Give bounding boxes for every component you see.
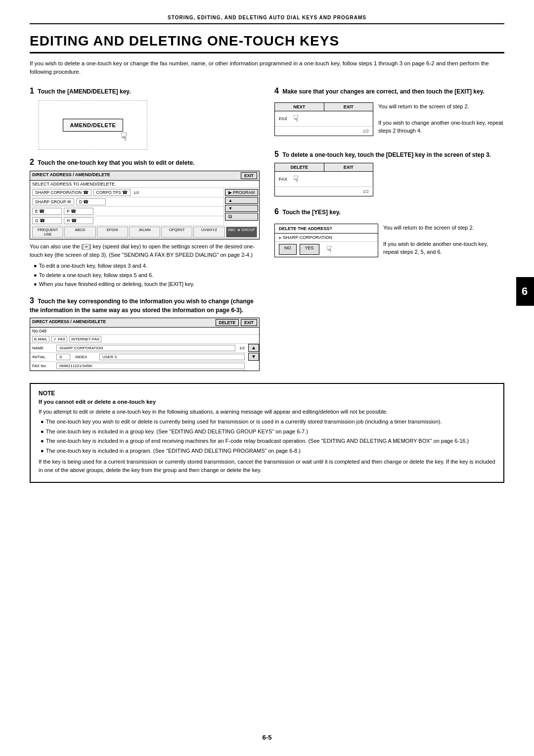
screen-3-name-row: NAME SHARP CORPORATION 1/2 xyxy=(30,344,247,353)
step-6-desc: You will return to the screen of step 2.… xyxy=(383,224,504,256)
screen-2-entries: SHARP CORPORATION ☎ CORPO.TPS ☎ 1/2 SHAR… xyxy=(30,188,259,226)
no-button: NO xyxy=(279,244,297,255)
program-button: ▶ PROGRAM xyxy=(225,189,258,196)
screen-6-yn-row: NO YES ☟ xyxy=(275,242,378,257)
screen-6-prompt-row: DELETE THE ADDRESS? xyxy=(275,224,378,234)
step-4-screen: NEXT EXIT FAX ☟ 1/2 xyxy=(274,102,373,136)
list-item: E ☎ P ☎ xyxy=(30,207,223,216)
screen-3-no-row: No.048 xyxy=(30,328,259,335)
page: STORING, EDITING, AND DELETING AUTO DIAL… xyxy=(0,0,534,756)
next-btn: NEXT xyxy=(275,103,324,111)
note-bullet-2: ● The one-touch key is included in a gro… xyxy=(39,427,495,436)
exit-btn-s5: EXIT xyxy=(324,163,373,171)
step-2: 2 Touch the one-touch key that you wish … xyxy=(30,157,260,288)
screen-4-top-row: NEXT EXIT xyxy=(275,103,373,111)
header-title: STORING, EDITING, AND DELETING AUTO DIAL… xyxy=(168,15,366,20)
step-3: 3 Touch the key corresponding to the inf… xyxy=(30,295,260,371)
step-2-heading: 2 Touch the one-touch key that you wish … xyxy=(30,157,260,168)
screen-5-fax-row: FAX ☟ xyxy=(275,172,373,187)
delete-prompt: DELETE THE ADDRESS? xyxy=(275,224,378,233)
step-1-heading: 1 Touch the [AMEND/DELETE] key. xyxy=(30,86,260,96)
down-button: ▼ xyxy=(225,205,258,212)
exit-btn-s3: EXIT xyxy=(241,319,257,326)
note-box: NOTE If you cannot edit or delete a one-… xyxy=(30,383,504,483)
list-item: SHARP CORPORATION ☎ CORPO.TPS ☎ 1/2 xyxy=(30,188,223,197)
step-6-heading: 6 Touch the [YES] key. xyxy=(274,206,504,217)
two-col-main: 1 Touch the [AMEND/DELETE] key. AMEND/DE… xyxy=(30,86,504,374)
copy-button: ⧉ xyxy=(225,213,258,221)
note-intro: If you attempt to edit or delete a one-t… xyxy=(39,408,495,416)
screen-4-page: 1/2 xyxy=(275,127,373,136)
step-3-screen: DIRECT ADDRESS / AMEND/DELETE DELETE EXI… xyxy=(30,318,260,371)
step-5: 5 To delete a one-touch key, touch the [… xyxy=(274,149,504,196)
delete-btn-s3: DELETE xyxy=(216,319,239,326)
note-title: NOTE xyxy=(39,390,495,397)
left-column: 1 Touch the [AMEND/DELETE] key. AMEND/DE… xyxy=(30,86,260,374)
header-bar: STORING, EDITING, AND DELETING AUTO DIAL… xyxy=(30,15,504,24)
page-num-bottom: 6-5 xyxy=(263,734,272,741)
step-5-heading: 5 To delete a one-touch key, touch the [… xyxy=(274,149,504,160)
screen-2-alpha-row: FREQUENT USE ABCD EFGHI JKLMN OPQRST UVW… xyxy=(30,226,259,239)
step-4-heading: 4 Make sure that your changes are correc… xyxy=(274,86,504,96)
step-2-bullet-1: ● To edit a one-touch key, follow steps … xyxy=(30,262,260,270)
step-4: 4 Make sure that your changes are correc… xyxy=(274,86,504,139)
step-2-body: You can also use the [⌨] key (speed dial… xyxy=(30,242,260,259)
list-item: G ☎ H ☎ xyxy=(30,216,223,226)
screen-2-select-row: SELECT ADDRESS TO AMEND/DELETE. xyxy=(30,181,259,188)
note-subtitle: If you cannot edit or delete a one-touch… xyxy=(39,399,495,405)
delete-btn-s5: DELETE xyxy=(275,163,324,171)
step-2-bullet-2: ● To delete a one-touch key, follow step… xyxy=(30,271,260,280)
screen-4-fax-row: FAX ☟ xyxy=(275,111,373,127)
screen-3-type-row: E-MAIL ✓ FAX INTERNET-FAX xyxy=(30,335,259,344)
up-arrow-btn: ▲ xyxy=(248,344,259,352)
hand-icon-s5: ☟ xyxy=(293,174,299,185)
screen-5-page: 1/2 xyxy=(275,187,373,196)
step-6: 6 Touch the [YES] key. DELETE THE ADDRES… xyxy=(274,206,504,260)
intro-text: If you wish to delete a one-touch key or… xyxy=(30,59,504,77)
screen-2-header: DIRECT ADDRESS / AMEND/DELETE EXIT xyxy=(30,171,259,181)
step-2-screen: DIRECT ADDRESS / AMEND/DELETE EXIT SELEC… xyxy=(30,171,260,239)
up-button: ▲ xyxy=(225,197,258,204)
step-5-screen: DELETE EXIT FAX ☟ 1/2 xyxy=(274,163,373,196)
screen-5-top-row: DELETE EXIT xyxy=(275,163,373,172)
hand-icon-s6: ☟ xyxy=(326,244,332,255)
step-1: 1 Touch the [AMEND/DELETE] key. AMEND/DE… xyxy=(30,86,260,150)
list-item: SHARP GROUP ✉ D ☎ xyxy=(30,197,223,207)
step-6-screen: DELETE THE ADDRESS? ▶ SHARP CORPORATION … xyxy=(274,224,378,257)
screen-3-initial-row: INITIAL S INDEX USER 3 xyxy=(30,353,247,362)
screen-3-fax-row: FAX No. 0666211221/3456/ xyxy=(30,362,247,371)
exit-btn-s4: EXIT xyxy=(324,103,373,111)
screen-6-name-row: ▶ SHARP CORPORATION xyxy=(275,234,378,242)
step-2-bullet-3: ● When you have finished editing or dele… xyxy=(30,280,260,288)
step-4-desc: You will return to the screen of step 2.… xyxy=(378,102,504,135)
note-footer: If the key is being used for a current t… xyxy=(39,458,495,474)
screen-3-header: DIRECT ADDRESS / AMEND/DELETE DELETE EXI… xyxy=(30,318,259,328)
note-bullet-3: ● The one-touch key is included in a gro… xyxy=(39,437,495,445)
amend-delete-button: AMEND/DELETE xyxy=(63,119,124,132)
step-3-heading: 3 Touch the key corresponding to the inf… xyxy=(30,295,260,315)
page-title: EDITING AND DELETING ONE-TOUCH KEYS xyxy=(30,33,504,53)
note-bullet-1: ● The one-touch key you wish to edit or … xyxy=(39,418,495,426)
hand-icon: ☟ xyxy=(121,131,127,143)
amend-delete-illustration: AMEND/DELETE ☟ xyxy=(39,100,147,150)
exit-button-s2: EXIT xyxy=(241,172,257,179)
hand-icon-s4: ☟ xyxy=(293,113,299,124)
page-number-tab: 6 xyxy=(516,277,534,306)
yes-button: YES xyxy=(300,244,319,255)
right-column: 4 Make sure that your changes are correc… xyxy=(274,86,504,374)
note-bullet-4: ● The one-touch key is included in a pro… xyxy=(39,447,495,455)
down-arrow-btn: ▼ xyxy=(248,353,259,361)
